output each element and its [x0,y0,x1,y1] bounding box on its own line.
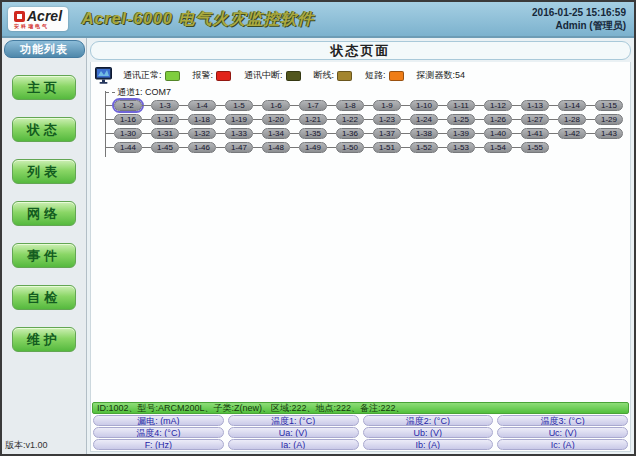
detector-node-1-46[interactable]: 1-46 [188,142,216,153]
detector-rows: 1-21-31-41-51-61-71-81-91-101-111-121-13… [103,98,630,154]
detector-node-1-11[interactable]: 1-11 [447,100,475,111]
detector-node-1-3[interactable]: 1-3 [151,100,179,111]
detector-node-1-20[interactable]: 1-20 [262,114,290,125]
sidebar-item-list[interactable]: 列表 [12,159,76,184]
connector-line [253,147,262,148]
detector-tree: 通道1: COM7 1-21-31-41-51-61-71-81-91-101-… [103,86,630,154]
connector-line [105,133,114,134]
channel-node[interactable]: 通道1: COM7 [103,86,630,98]
detector-node-1-55[interactable]: 1-55 [521,142,549,153]
detector-node-1-6[interactable]: 1-6 [262,100,290,111]
detector-row: 1-301-311-321-331-341-351-361-371-381-39… [105,126,630,140]
detector-node-1-18[interactable]: 1-18 [188,114,216,125]
detector-node-1-51[interactable]: 1-51 [373,142,401,153]
detector-node-1-24[interactable]: 1-24 [410,114,438,125]
detector-node-1-37[interactable]: 1-37 [373,128,401,139]
detector-node-1-40[interactable]: 1-40 [484,128,512,139]
detector-node-1-41[interactable]: 1-41 [521,128,549,139]
detector-node-1-14[interactable]: 1-14 [558,100,586,111]
sidebar-item-network[interactable]: 网络 [12,201,76,226]
connector-line [253,133,262,134]
detector-node-1-39[interactable]: 1-39 [447,128,475,139]
legend-label: 短路: [365,69,386,82]
connector-line [253,119,262,120]
detector-node-1-52[interactable]: 1-52 [410,142,438,153]
connector-line [216,105,225,106]
detector-node-1-27[interactable]: 1-27 [521,114,549,125]
sidebar-item-event[interactable]: 事件 [12,243,76,268]
connector-line [105,119,114,120]
detector-node-1-45[interactable]: 1-45 [151,142,179,153]
detector-node-1-26[interactable]: 1-26 [484,114,512,125]
field-ia: Ia: (A) [228,439,359,450]
detector-node-1-28[interactable]: 1-28 [558,114,586,125]
connector-line [290,105,299,106]
detector-node-1-22[interactable]: 1-22 [336,114,364,125]
connector-line [105,105,114,106]
computer-icon [95,67,113,84]
detector-node-1-43[interactable]: 1-43 [595,128,623,139]
detector-node-1-44[interactable]: 1-44 [114,142,142,153]
detector-node-1-13[interactable]: 1-13 [521,100,549,111]
legend-label: 报警: [193,69,214,82]
field-temp4: 温度4: (°C) [93,427,224,438]
sidebar-nav: 主页状态列表网络事件自检维护 [2,58,86,352]
detector-node-1-4[interactable]: 1-4 [188,100,216,111]
connector-line [179,133,188,134]
logo-subtitle: 安科瑞电气 [14,24,49,29]
detector-node-1-12[interactable]: 1-12 [484,100,512,111]
detector-node-1-16[interactable]: 1-16 [114,114,142,125]
detector-node-1-34[interactable]: 1-34 [262,128,290,139]
connector-line [142,133,151,134]
detector-node-1-49[interactable]: 1-49 [299,142,327,153]
legend-item-disconnect: 断线: [314,69,353,82]
field-temp3: 温度3: (°C) [497,415,628,426]
detector-node-1-54[interactable]: 1-54 [484,142,512,153]
sidebar-item-status[interactable]: 状态 [12,117,76,142]
sidebar: 功能列表 主页状态列表网络事件自检维护 版本:v1.00 [2,38,87,454]
detector-node-1-23[interactable]: 1-23 [373,114,401,125]
detector-node-1-10[interactable]: 1-10 [410,100,438,111]
detector-node-1-32[interactable]: 1-32 [188,128,216,139]
detector-node-1-50[interactable]: 1-50 [336,142,364,153]
detector-node-1-9[interactable]: 1-9 [373,100,401,111]
detector-node-1-31[interactable]: 1-31 [151,128,179,139]
connector-line [438,119,447,120]
detector-node-1-15[interactable]: 1-15 [595,100,623,111]
connector-line [512,119,521,120]
connector-line [512,105,521,106]
legend-item-short-circuit: 短路: [365,69,404,82]
detector-node-1-33[interactable]: 1-33 [225,128,253,139]
sidebar-item-maintain[interactable]: 维护 [12,327,76,352]
detector-node-1-8[interactable]: 1-8 [336,100,364,111]
connector-line [364,105,373,106]
detector-node-1-42[interactable]: 1-42 [558,128,586,139]
user-label: Admin (管理员) [532,19,626,32]
detector-node-1-17[interactable]: 1-17 [151,114,179,125]
legend-swatch-comm-normal [165,71,180,81]
detector-node-1-36[interactable]: 1-36 [336,128,364,139]
connector-line [438,147,447,148]
detector-node-1-21[interactable]: 1-21 [299,114,327,125]
detector-node-1-7[interactable]: 1-7 [299,100,327,111]
detector-node-1-29[interactable]: 1-29 [595,114,623,125]
connector-line [438,133,447,134]
sidebar-item-home[interactable]: 主页 [12,75,76,100]
detector-node-1-19[interactable]: 1-19 [225,114,253,125]
connector-line [401,147,410,148]
detector-node-1-35[interactable]: 1-35 [299,128,327,139]
sidebar-item-selfcheck[interactable]: 自检 [12,285,76,310]
connector-line [401,105,410,106]
detector-node-1-48[interactable]: 1-48 [262,142,290,153]
detector-node-1-38[interactable]: 1-38 [410,128,438,139]
connector-line [179,147,188,148]
detector-node-1-30[interactable]: 1-30 [114,128,142,139]
connector-line [364,119,373,120]
legend-item-alarm: 报警: [193,69,232,82]
legend-swatch-comm-interrupt [286,71,301,81]
detector-node-1-53[interactable]: 1-53 [447,142,475,153]
detector-node-1-25[interactable]: 1-25 [447,114,475,125]
detector-node-1-47[interactable]: 1-47 [225,142,253,153]
detector-node-1-5[interactable]: 1-5 [225,100,253,111]
detector-node-1-2[interactable]: 1-2 [114,100,142,111]
